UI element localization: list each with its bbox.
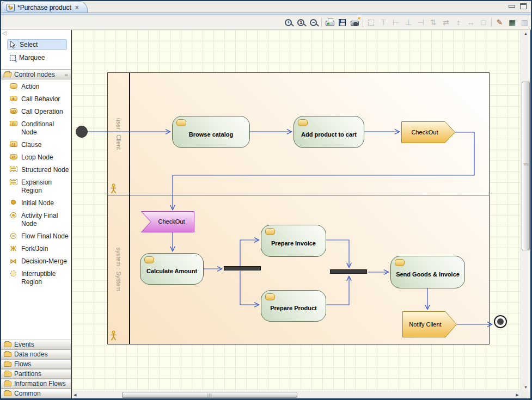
open-folder-icon: [3, 72, 12, 77]
folder-icon: [4, 381, 11, 386]
zoom-original-icon[interactable]: 1: [295, 16, 307, 28]
drawer-partitions[interactable]: Partitions: [1, 369, 71, 379]
compartments-icon: ▥: [518, 16, 531, 28]
folder-icon: [4, 362, 11, 367]
tool-marquee[interactable]: Marquee: [8, 53, 66, 63]
call-operation-icon: oO: [10, 108, 17, 114]
align-top-icon: ⊤: [377, 16, 390, 28]
send-signal-notify-client[interactable]: Notify Client: [402, 311, 457, 338]
palette-collapse-icon[interactable]: ◁: [2, 30, 7, 36]
zoom-out-icon[interactable]: −: [307, 16, 320, 28]
palette-item-activity-final[interactable]: Activity Final Node: [9, 212, 70, 228]
palette-item-structured-node[interactable]: Structured Node: [9, 166, 70, 174]
drawer-events[interactable]: Events: [1, 340, 71, 349]
diagram-editor-window: *Purchase product × + 1 − ⊤ ⊢ ⊥ ⊣ ⇅ ⇄ ↕ …: [0, 0, 532, 400]
scroll-right-icon[interactable]: ▶: [516, 393, 519, 397]
autosize-icon: □: [477, 16, 490, 28]
drawer-flows[interactable]: Flows: [1, 359, 71, 369]
palette-item-flow-final[interactable]: ×Flow Final Node: [9, 232, 70, 241]
edge-fork-to-prepare-invoice[interactable]: [240, 240, 259, 266]
action-label: Calculate Amount: [146, 268, 197, 274]
action-pin-icon: [176, 119, 186, 126]
zoom-in-icon[interactable]: +: [282, 16, 295, 28]
scrollbar-corner: [521, 391, 530, 398]
action-browse-catalog[interactable]: Browse catalog: [172, 116, 250, 148]
snapshot-icon[interactable]: [348, 16, 361, 28]
palette-item-loop-node[interactable]: ↺Loop Node: [9, 153, 70, 162]
scroll-up-icon[interactable]: ▲: [524, 32, 528, 35]
horizontal-scrollbar[interactable]: ◀ ||| ▶: [72, 391, 521, 398]
palette-item-action[interactable]: Action: [9, 83, 70, 91]
tool-select[interactable]: Select: [8, 40, 66, 50]
match-width-icon: ↔: [464, 16, 477, 28]
palette-item-call-behavior[interactable]: ⋔Call Behavior: [9, 95, 70, 103]
drawer-control-nodes[interactable]: Control nodes «: [1, 70, 71, 79]
folder-icon: [4, 352, 11, 357]
clause-icon: [:]: [10, 141, 17, 147]
flow-final-icon: ×: [10, 233, 16, 239]
edge-fork-to-prepare-product[interactable]: [240, 271, 259, 305]
action-pin-icon: [265, 228, 275, 235]
send-signal-label: Notify Client: [409, 321, 441, 328]
note-attachment-icon[interactable]: ✎: [493, 16, 506, 28]
scroll-left-icon[interactable]: ◀: [74, 393, 76, 397]
send-signal-checkout[interactable]: CheckOut: [401, 121, 456, 144]
edge-prepare-product-to-join[interactable]: [326, 276, 349, 305]
tab-close-icon[interactable]: ×: [75, 4, 79, 11]
action-add-product[interactable]: Add product to cart: [293, 116, 364, 148]
action-pin-icon: [144, 256, 154, 263]
action-label: Browse catalog: [189, 131, 233, 138]
horizontal-scroll-thumb[interactable]: |||: [122, 392, 297, 398]
action-icon: [10, 83, 17, 89]
distribute-vertical-icon: ⇅: [427, 16, 440, 28]
palette-item-fork-join[interactable]: ЖFork/Join: [9, 245, 70, 253]
distribute-horizontal-icon: ⇄: [439, 16, 452, 28]
fork-bar[interactable]: [224, 266, 261, 270]
drawer-pin-icon[interactable]: «: [65, 71, 68, 78]
action-calculate-amount[interactable]: Calculate Amount: [140, 253, 204, 285]
palette-items: Action ⋔Call Behavior oOCall Operation […: [1, 79, 71, 340]
palette-item-initial-node[interactable]: Initial Node: [9, 199, 70, 207]
diagram-canvas[interactable]: user : Client system : System: [72, 30, 521, 391]
send-signal-label: CheckOut: [412, 129, 438, 136]
palette-item-call-operation[interactable]: oOCall Operation: [9, 108, 70, 116]
scroll-down-icon[interactable]: ▼: [524, 385, 528, 389]
drawer-information-flows[interactable]: Information Flows: [1, 379, 71, 389]
palette-item-decision-merge[interactable]: ⋈Decision-Merge: [9, 257, 70, 266]
diagram-toolbar: + 1 − ⊤ ⊢ ⊥ ⊣ ⇅ ⇄ ↕ ↔ □ ✎ ▦ ▥: [1, 15, 531, 30]
accept-event-checkout[interactable]: CheckOut: [141, 211, 195, 233]
interruptible-region-icon: [10, 270, 16, 276]
vertical-scrollbar[interactable]: ▲ ≡≡ ▼: [521, 30, 530, 391]
print-icon[interactable]: [323, 16, 336, 28]
activity-final-node[interactable]: [494, 315, 507, 328]
match-height-icon: ↕: [452, 16, 464, 28]
save-icon[interactable]: [336, 16, 348, 28]
minimize-icon[interactable]: [509, 4, 515, 9]
action-prepare-product[interactable]: Prepare Product: [261, 290, 326, 322]
action-pin-icon: [395, 259, 405, 266]
snap-to-grid-icon[interactable]: ▦: [506, 16, 518, 28]
initial-node-icon: [11, 200, 16, 205]
palette-item-interruptible-region[interactable]: Interruptible Region: [9, 270, 70, 286]
vertical-scroll-thumb[interactable]: ≡≡: [522, 82, 530, 250]
action-label: Prepare Product: [270, 305, 317, 311]
palette-item-conditional-node[interactable]: []Conditional Node: [9, 120, 70, 137]
action-prepare-invoice[interactable]: Prepare Invoice: [261, 225, 326, 257]
tab-purchase-product[interactable]: *Purchase product ×: [2, 1, 88, 13]
drawer-data-nodes[interactable]: Data nodes: [1, 349, 71, 359]
palette-item-expansion-region[interactable]: Expansion Region: [9, 179, 70, 195]
align-right-icon: ⊣: [415, 16, 427, 28]
conditional-node-icon: []: [10, 121, 17, 126]
action-send-goods-invoice[interactable]: Send Goods & Invoice: [390, 256, 465, 288]
editor-tab-bar: *Purchase product ×: [1, 1, 531, 13]
initial-node[interactable]: [76, 126, 88, 138]
join-bar[interactable]: [330, 269, 367, 274]
palette-item-clause[interactable]: [:]Clause: [9, 141, 70, 149]
drawer-common[interactable]: Common: [1, 389, 71, 398]
expansion-region-icon: [10, 179, 17, 184]
maximize-icon[interactable]: [520, 3, 527, 9]
call-behavior-icon: ⋔: [10, 96, 17, 101]
edge-prepare-invoice-to-join[interactable]: [326, 240, 349, 267]
tool-select-label: Select: [20, 41, 38, 48]
activity-diagram-icon: [7, 4, 15, 11]
